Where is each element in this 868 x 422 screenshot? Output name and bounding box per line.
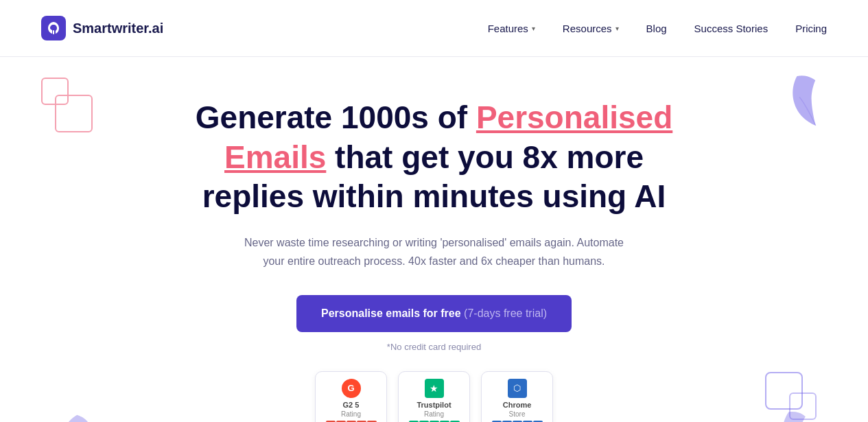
trustpilot-name: Trustpilot: [408, 401, 460, 409]
chevron-down-icon: ▾: [615, 25, 619, 32]
headline-part1: Generate 1000s of: [196, 99, 476, 135]
svg-rect-0: [53, 30, 54, 34]
chrome-name: Chrome: [491, 401, 543, 409]
g2-icon: G: [342, 379, 361, 398]
logo-icon: [41, 16, 66, 40]
ratings-row: G G2 5 Rating ★ ★ ★ ★ ★ 2022 ★ Trustpilo…: [14, 371, 854, 422]
chrome-sub: Store: [491, 410, 543, 418]
nav-item-features[interactable]: Features ▾: [488, 23, 535, 34]
cta-trial-text: (7-days free trial): [464, 307, 547, 319]
hero-headline: Generate 1000s of Personalised Emails th…: [174, 98, 695, 217]
cta-main-text: Personalise emails for free: [321, 307, 461, 319]
trustpilot-badge: ★ Trustpilot Rating ★ ★ ★ ★ ★ 2022: [398, 371, 470, 422]
navbar: Smartwriter.ai Features ▾ Resources ▾ Bl…: [0, 0, 868, 57]
nav-item-resources[interactable]: Resources ▾: [563, 23, 619, 34]
cta-button[interactable]: Personalise emails for free (7-days free…: [296, 295, 572, 332]
chrome-icon: ⬡: [508, 379, 527, 398]
feather-logo-svg: [47, 21, 60, 36]
g2-name: G2 5: [325, 401, 377, 409]
g2-sub: Rating: [325, 410, 377, 418]
cta-area: Personalise emails for free (7-days free…: [14, 295, 854, 342]
chevron-down-icon: ▾: [532, 25, 535, 32]
deco-square-2: [55, 95, 93, 132]
logo-text: Smartwriter.ai: [73, 21, 163, 36]
no-credit-card-text: *No credit card required: [14, 342, 854, 352]
nav-item-success-stories[interactable]: Success Stories: [694, 23, 769, 34]
nav-link-pricing[interactable]: Pricing: [795, 23, 827, 34]
deco-feather-topright: [778, 67, 837, 145]
nav-link-features[interactable]: Features ▾: [488, 23, 535, 34]
trustpilot-sub: Rating: [408, 410, 460, 418]
nav-link-blog[interactable]: Blog: [646, 23, 667, 34]
chrome-badge: ⬡ Chrome Store ★ ★ ★ ★ ★ 2022: [481, 371, 553, 422]
g2-badge: G G2 5 Rating ★ ★ ★ ★ ★ 2022: [315, 371, 387, 422]
nav-item-pricing[interactable]: Pricing: [795, 23, 827, 34]
nav-links: Features ▾ Resources ▾ Blog Success Stor…: [488, 23, 827, 34]
hero-subtext: Never waste time researching or writing …: [235, 233, 633, 270]
trustpilot-icon: ★: [425, 379, 444, 398]
hero-section: Generate 1000s of Personalised Emails th…: [0, 57, 868, 422]
nav-link-resources[interactable]: Resources ▾: [563, 23, 619, 34]
nav-item-blog[interactable]: Blog: [646, 23, 667, 34]
nav-link-success-stories[interactable]: Success Stories: [694, 23, 769, 34]
feather-svg-tr: [778, 67, 834, 137]
logo[interactable]: Smartwriter.ai: [41, 16, 163, 40]
